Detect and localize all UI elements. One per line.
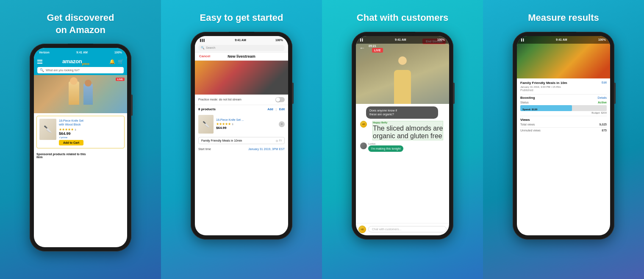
user-message: I'm making this tonight (368, 145, 403, 152)
search-bar-2[interactable]: 🔍 Search (198, 45, 285, 51)
stream-title-text: Family Friendly Meals in 10min (201, 139, 242, 142)
battery-4: 100% (598, 38, 606, 41)
start-time-label: Start time (198, 148, 211, 151)
cart-icon[interactable]: 🛒 (118, 59, 124, 64)
views-title: Views (520, 118, 607, 122)
carrier: Verizon (39, 51, 50, 54)
signal-icon: ▌▌▌ (200, 39, 205, 42)
practice-toggle[interactable] (275, 97, 285, 102)
phone1-screen: Verizon 9:41 AM 100% amazonprime 🔔 🛒 (34, 48, 127, 247)
phone-3: ▌▌ 9:41 AM 100% ← LIVE 05:21 (352, 32, 453, 240)
brand-input-avatar: HB (358, 226, 366, 233)
bell-icon[interactable]: 🔔 (109, 59, 115, 64)
product-info: 18-Piece Knife Set with Wood Block ★★★★★… (59, 119, 83, 145)
published-status: Published (520, 89, 607, 92)
user-avatar (360, 142, 367, 149)
video-thumbnail (195, 61, 288, 95)
product-details: 18-Piece Knife Set ... ★★★★★ 3 $64.99 (216, 118, 276, 130)
hamburger-menu[interactable] (37, 60, 42, 64)
user-name: Lucius (368, 142, 403, 145)
status-bar-1: Verizon 9:41 AM 100% (34, 48, 127, 56)
status-bar-3: ▌▌ 9:41 AM 100% (356, 36, 449, 44)
stream-title-row[interactable]: Family Friendly Meals in 10min ◎ 21 (198, 137, 285, 144)
brand-chat-bubble: Happy Belly The sliced almonds are organ… (372, 121, 443, 140)
brand-chat-row: HB Happy Belly The sliced almonds are or… (360, 121, 447, 140)
product-card: 🔪 18-Piece Knife Set with Wood Block ★★★… (36, 116, 125, 148)
panel-chat: Chat with customers ▌▌ 9:41 AM 100% (322, 0, 483, 279)
boosting-section: Boosting Details (520, 96, 607, 100)
question-text: Does anyone know if these are organic? (366, 106, 438, 119)
add-product-button[interactable]: Add (267, 108, 273, 111)
chat-input[interactable]: Chat with customers... (368, 226, 447, 232)
edit-products-button[interactable]: Edit (279, 108, 285, 111)
unmuted-views-row: Unmuted views 875 (520, 129, 607, 132)
status-label: Status (520, 101, 529, 104)
total-views-row: Total views 9,025 (520, 123, 607, 126)
chat-area: Does anyone know if these are organic? H… (356, 104, 449, 223)
brand-avatar: HB (360, 121, 367, 128)
stream-date-meta: January 31 2019, 3:00 PM • 15:45m (520, 86, 607, 88)
phone-4: ▌▌ 9:41 AM 100% Family Friendly Meals in… (513, 32, 614, 240)
start-time-row: Start time January 31 2019, 3PM EST (195, 146, 288, 152)
product-name: 18-Piece Knife Set ... (216, 118, 276, 121)
battery: 100% (114, 51, 122, 54)
battery: 100% (275, 39, 283, 42)
panel-easy-start: Easy to get started ▌▌▌ 9:41 AM 100% 🔍 S… (161, 0, 322, 279)
phone2-screen: ▌▌▌ 9:41 AM 100% 🔍 Search Cancel New liv… (195, 36, 288, 235)
panel4-title: Measure results (528, 12, 599, 24)
stream-view-count: ◎ 21 (276, 139, 282, 142)
amazon-logo: amazonprime (62, 58, 89, 65)
edit-button-4[interactable]: Edit (602, 81, 607, 84)
phone-1: Verizon 9:41 AM 100% amazonprime 🔔 🛒 (30, 44, 131, 251)
amazon-nav: amazonprime 🔔 🛒 🔍 What are you looking f… (34, 56, 127, 75)
spend-label: Spend: $120 (522, 108, 537, 111)
status-bar-2: ▌▌▌ 9:41 AM 100% (195, 36, 288, 44)
product-price: $64.99 (59, 131, 83, 136)
cancel-button[interactable]: Cancel (199, 54, 210, 58)
time: 9:41 AM (235, 39, 246, 42)
live-badge-3: LIVE (372, 48, 383, 53)
total-views-value: 9,025 (599, 123, 607, 126)
views-section: Views Total views 9,025 Unmuted views 87… (520, 118, 607, 132)
live-video-3: ← LIVE 05:21 End Stream (356, 36, 449, 104)
live-badge: LIVE (116, 78, 125, 81)
sponsored-text: Sponsored products related to this item (34, 151, 127, 160)
stream-analytics: Family Friendly Meals in 10m Edit Januar… (517, 78, 610, 235)
panel2-title: Easy to get started (200, 12, 283, 24)
practice-label: Practice mode: do not list stream (198, 98, 242, 101)
stream-title-4: Family Friendly Meals in 10m (520, 81, 600, 85)
details-link[interactable]: Details (598, 96, 607, 99)
chat-question-bubble: Does anyone know if these are organic? (362, 106, 447, 119)
panel1-title: Get discovered on Amazon (47, 12, 114, 36)
search-bar[interactable]: 🔍 What are you looking for? (37, 67, 124, 73)
unmuted-views-label: Unmuted views (520, 129, 541, 132)
products-count: 8 products (198, 107, 216, 111)
nav-icons: 🔔 🛒 (109, 59, 124, 64)
phone3-screen: ▌▌ 9:41 AM 100% ← LIVE 05:21 (356, 36, 449, 235)
start-time-value: January 31 2019, 3PM EST (248, 148, 285, 151)
boosting-label: Boosting (520, 96, 535, 100)
time: 9:41 AM (76, 51, 88, 54)
new-livestream-header: Cancel New livestream (195, 53, 288, 61)
total-views-label: Total views (520, 123, 535, 126)
unmuted-views-value: 875 (602, 129, 607, 132)
products-actions: Add | Edit (267, 108, 285, 111)
signal-4: ▌▌ (521, 39, 525, 41)
search-text: Search (206, 46, 215, 49)
product-title: 18-Piece Knife Set with Wood Block (59, 119, 83, 126)
panel-get-discovered: Get discovered on Amazon Verizon 9:41 AM… (0, 0, 161, 279)
product-row: 🔪 18-Piece Knife Set ... ★★★★★ 3 $64.99 … (195, 113, 288, 135)
search-icon-2: 🔍 (201, 46, 205, 50)
brand-name: Happy Belly (373, 121, 443, 124)
live-video: LIVE (34, 75, 127, 113)
back-arrow[interactable]: ← (359, 45, 365, 51)
product-stars: ★★★★★ 3 (216, 122, 276, 126)
product-image-2: 🔪 (198, 115, 214, 134)
budget-progress: Spend: $120 Budget: $200 (520, 105, 607, 114)
battery-3: 100% (437, 38, 445, 41)
time-4: 9:41 AM (556, 38, 567, 41)
add-to-cart-button[interactable]: Add to Cart (59, 140, 83, 145)
product-price: $64.99 (216, 126, 276, 130)
prime-badge: ✓prime (59, 136, 83, 139)
remove-product-button[interactable]: × (279, 121, 285, 127)
